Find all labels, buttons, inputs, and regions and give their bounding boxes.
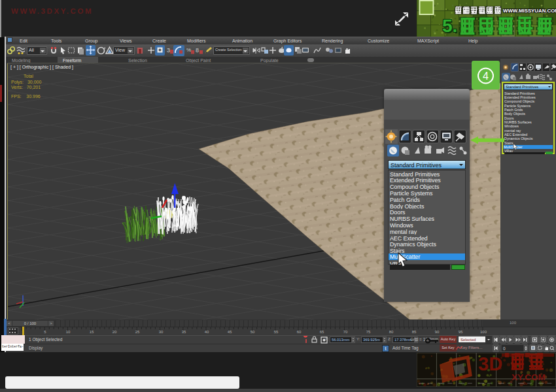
svg-text:4: 4 — [483, 71, 489, 82]
svg-text:XY.COM: XY.COM — [512, 372, 546, 382]
svg-text:%: % — [186, 47, 191, 53]
svg-text:0: 0 — [503, 346, 506, 351]
svg-text:3: 3 — [167, 47, 170, 54]
svg-text:3D: 3D — [478, 353, 502, 374]
svg-text:8: 8 — [196, 47, 199, 54]
